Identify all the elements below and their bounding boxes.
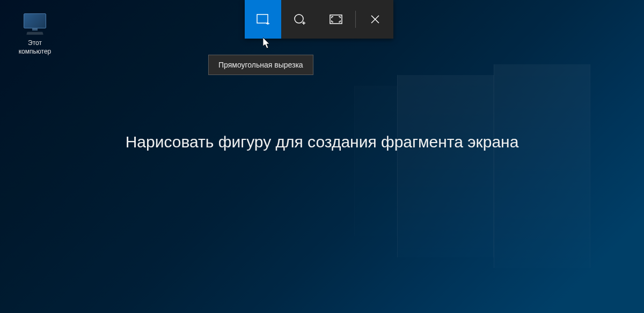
computer-icon	[21, 13, 48, 36]
snip-toolbar	[245, 0, 393, 39]
rectangular-snip-button[interactable]	[245, 0, 281, 39]
svg-point-3	[295, 14, 303, 23]
fullscreen-snip-icon	[330, 14, 342, 24]
icon-label: Этот компьютер	[19, 39, 52, 56]
freeform-snip-button[interactable]	[281, 0, 318, 39]
cursor-icon	[263, 38, 272, 49]
desktop-icon-this-pc[interactable]: Этот компьютер	[11, 13, 59, 56]
rectangle-snip-icon	[257, 14, 269, 25]
close-button[interactable]	[357, 0, 393, 39]
tooltip-rectangular-snip: Прямоугольная вырезка	[208, 55, 313, 75]
freeform-snip-icon	[294, 13, 305, 25]
fullscreen-snip-button[interactable]	[318, 0, 354, 39]
toolbar-divider	[355, 11, 356, 28]
dim-overlay	[0, 0, 644, 313]
svg-rect-0	[257, 14, 268, 23]
close-icon	[370, 14, 380, 24]
instruction-text: Нарисовать фигуру для создания фрагмента…	[0, 133, 644, 151]
